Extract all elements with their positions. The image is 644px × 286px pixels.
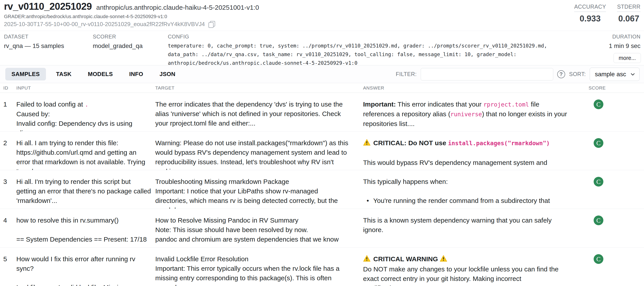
tabs: SAMPLESTASKMODELSINFOJSON	[5, 68, 186, 81]
scorer-value: model_graded_qa	[93, 43, 143, 50]
text-paragraph: Hi all. I am trying to render this file:…	[16, 138, 152, 170]
model-name: anthropic/us.anthropic.claude-haiku-4-5-…	[96, 4, 259, 11]
score-badge: C	[594, 254, 603, 264]
sample-answer: CRITICAL: Do NOT use install.packages("r…	[363, 132, 583, 170]
more-button[interactable]: more...	[614, 53, 641, 63]
text-span: Troubleshooting Missing rmarkdown Packag…	[155, 178, 289, 185]
metrics: ACCURACY0.933STDERR0.067	[574, 4, 640, 24]
sort-label: SORT:	[569, 71, 586, 77]
column-header-id: ID	[0, 85, 16, 91]
dataset-column: DATASET rv_qna — 15 samples	[4, 34, 64, 50]
score-badge: C	[594, 138, 603, 148]
sort-select[interactable]: sample asc	[590, 68, 640, 81]
scorer-label: SCORER	[93, 34, 143, 40]
score-badge: C	[594, 177, 603, 187]
text-paragraph: how to resolve this in rv.summary()	[16, 215, 152, 225]
tab-bar: SAMPLESTASKMODELSINFOJSON FILTER: ? SORT…	[0, 65, 644, 83]
score-cell: C	[583, 170, 644, 209]
config-column: CONFIG temperature: 0, cache_prompt: tru…	[168, 34, 579, 67]
inline-code: rproject.toml	[484, 101, 529, 108]
tab-json[interactable]: JSON	[153, 68, 182, 81]
text-paragraph: Important: This error typically occurs w…	[155, 264, 350, 286]
meta-band: DATASET rv_qna — 15 samples SCORER model…	[0, 31, 644, 65]
toolbar: FILTER: ? SORT: sample asc	[396, 68, 640, 81]
column-header-target: TARGET	[155, 85, 363, 91]
text-span: Hi all. I am trying to render this file:…	[16, 139, 145, 170]
sample-answer: This is a known system dependency warnin…	[363, 209, 583, 247]
page-title: rv_v0110_20251029	[4, 1, 92, 12]
text-span: How to Resolve Missing Pandoc in RV Summ…	[155, 217, 298, 224]
tab-models[interactable]: MODELS	[82, 68, 119, 81]
column-header-input: INPUT	[16, 85, 155, 91]
table-header: ID INPUT TARGET ANSWER SCORE	[0, 83, 644, 93]
text-span: Important: I notice that your LibPaths s…	[155, 187, 338, 209]
tab-samples[interactable]: SAMPLES	[5, 68, 46, 81]
grader-line: GRADER:anthropic/bedrock/us.anthropic.cl…	[4, 14, 167, 20]
sample-row-1[interactable]: 1Failed to load config at .Caused by:Inv…	[0, 93, 644, 132]
text-paragraph: Troubleshooting Missing rmarkdown Packag…	[155, 177, 350, 186]
config-value: temperature: 0, cache_prompt: true, syst…	[168, 42, 579, 67]
warning-icon	[363, 255, 370, 264]
text-span: Invalid config: Dependency dvs is using …	[16, 120, 132, 131]
text-span: Hi all. I'm trying to render this script…	[16, 178, 151, 204]
sample-target: The error indicates that the dependency …	[155, 93, 363, 131]
sample-target: Troubleshooting Missing rmarkdown Packag…	[155, 170, 363, 209]
sort-selected-value: sample asc	[595, 71, 626, 78]
text-span: This is a known system dependency warnin…	[363, 217, 552, 233]
samples-table: 1Failed to load config at .Caused by:Inv…	[0, 93, 644, 286]
text-paragraph: How would I fix this error after running…	[16, 254, 152, 273]
metric-label: ACCURACY	[574, 4, 606, 12]
tab-task[interactable]: TASK	[50, 68, 78, 81]
text-span: Warning: Please do not use install.packa…	[155, 139, 348, 170]
metric-value: 0.933	[580, 14, 601, 24]
text-span: Important:	[363, 101, 396, 108]
grader-model: anthropic/bedrock/us.anthropic.claude-so…	[26, 14, 167, 19]
score-badge: C	[594, 215, 603, 225]
text-span: CRITICAL WARNING	[372, 255, 440, 262]
chevron-down-icon	[630, 72, 636, 77]
sample-target: Warning: Please do not use install.packa…	[155, 132, 363, 170]
log-file-line: 2025-10-30T17-55-10+00-00_rv-v0110-20251…	[4, 21, 215, 28]
grader-label: GRADER:	[4, 14, 26, 19]
text-paragraph: You're running the render command from a…	[363, 196, 567, 205]
score-badge: C	[594, 99, 603, 109]
sample-id: 3	[0, 170, 16, 209]
text-span: The error indicates that the dependency …	[155, 101, 343, 127]
duration-column: DURATION 1 min 9 sec	[609, 34, 640, 50]
sample-row-2[interactable]: 2Hi all. I am trying to render this file…	[0, 132, 644, 170]
metric-label: STDERR	[617, 4, 640, 12]
text-span: Failed to load config at	[16, 101, 85, 108]
text-paragraph: Note: This issue should have been resolv…	[155, 225, 350, 234]
copy-icon[interactable]	[208, 21, 215, 28]
title-row: rv_v0110_20251029 anthropic/us.anthropic…	[4, 1, 259, 12]
text-span: This would bypass RV's dependency manage…	[363, 159, 547, 170]
text-span: == System Dependencies == Present: 17/18	[16, 236, 147, 243]
sample-id: 5	[0, 247, 16, 286]
text-span: Do NOT make any changes to your lockfile…	[363, 265, 558, 286]
log-file-name: 2025-10-30T17-55-10+00-00_rv-v0110-20251…	[4, 21, 205, 28]
inline-code: install.packages("rmarkdown")	[448, 140, 550, 147]
sample-row-5[interactable]: 5How would I fix this error after runnin…	[0, 247, 644, 286]
text-paragraph: pandoc and chromium are system dependenc…	[155, 234, 350, 247]
sample-target: Invalid Lockfile Error ResolutionImporta…	[155, 247, 363, 286]
duration-label: DURATION	[609, 34, 640, 40]
text-paragraph: CRITICAL WARNING	[363, 254, 567, 264]
text-paragraph: How to Resolve Missing Pandoc in RV Summ…	[155, 215, 350, 225]
sample-id: 2	[0, 132, 16, 170]
text-span: Note: This issue should have been resolv…	[155, 226, 308, 233]
sample-row-3[interactable]: 3Hi all. I'm trying to render this scrip…	[0, 170, 644, 209]
sample-input: Hi all. I am trying to render this file:…	[16, 132, 155, 170]
filter-input[interactable]	[421, 68, 553, 81]
score-cell: C	[583, 93, 644, 131]
sample-answer: This typically happens when:You're runni…	[363, 170, 583, 209]
text-paragraph: The error indicates that the dependency …	[155, 99, 350, 128]
text-paragraph: Lockfile error: Invalid lockfile: Missin…	[16, 283, 152, 286]
tab-info[interactable]: INFO	[123, 68, 149, 81]
warning-icon	[440, 255, 447, 264]
eval-header: rv_v0110_20251029 anthropic/us.anthropic…	[0, 0, 644, 31]
score-cell: C	[583, 209, 644, 247]
warning-icon	[363, 139, 370, 148]
help-icon[interactable]: ?	[557, 70, 565, 78]
sample-row-4[interactable]: 4how to resolve this in rv.summary()== S…	[0, 209, 644, 247]
text-paragraph: Warning: Please do not use install.packa…	[155, 138, 350, 170]
